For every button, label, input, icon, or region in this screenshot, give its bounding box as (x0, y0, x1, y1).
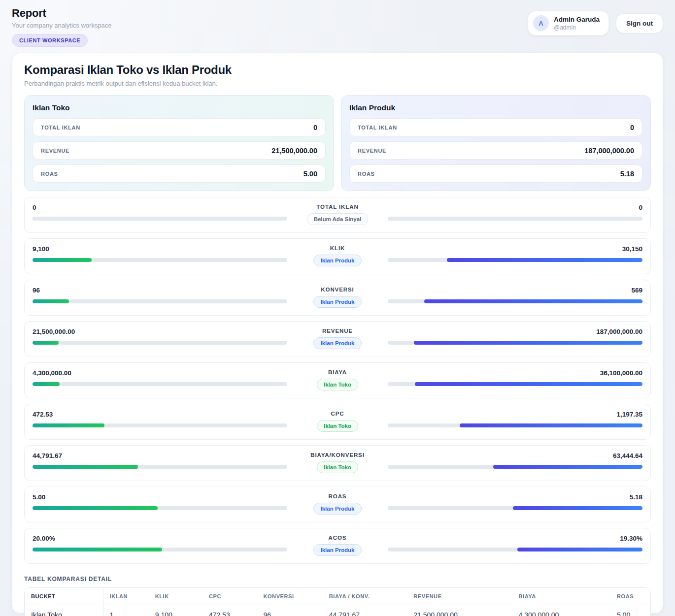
right-bar-fill (415, 382, 642, 386)
right-bar-track (388, 217, 642, 221)
left-bar-fill (33, 506, 158, 510)
comparison-row-konversi: 96 KONVERSI Iklan Produk 569 (24, 280, 651, 316)
right-bar-fill (513, 506, 642, 510)
report-card: Komparasi Iklan Toko vs Iklan Produk Per… (12, 53, 663, 614)
table-title: TABEL KOMPARASI DETAIL (24, 576, 651, 583)
cell-cpc: 472,53 (203, 605, 257, 616)
summary-grid: Iklan Toko TOTAL IKLAN 0 REVENUE 21,500,… (24, 95, 651, 191)
right-bar-track (388, 341, 642, 345)
left-side: 472.53 (33, 411, 287, 427)
left-bar-track (33, 465, 287, 469)
comparison-row-biaya: 4,300,000.00 BIAYA Iklan Toko 36,100,000… (24, 362, 651, 398)
column-header-konversi: KONVERSI (257, 588, 323, 605)
left-bar-track (33, 506, 287, 510)
right-bar-track (388, 382, 642, 386)
stat-value: 0 (630, 124, 634, 131)
right-side: 187,000,000.00 (388, 328, 642, 345)
metric-center: ACOS Iklan Produk (294, 535, 381, 556)
left-value: 5.00 (33, 493, 287, 501)
user-info: Admin Garuda @admin (554, 16, 600, 31)
right-bar-fill (517, 548, 642, 551)
summary-card-iklan-produk: Iklan Produk TOTAL IKLAN 0 REVENUE 187,0… (341, 95, 651, 191)
metric-label: BIAYA (294, 369, 381, 375)
left-bar-fill (33, 465, 138, 469)
workspace-badge: CLIENT WORKSPACE (12, 34, 88, 47)
right-side: 5.18 (388, 493, 642, 510)
right-value: 569 (388, 287, 642, 294)
stat-row: ROAS 5.18 (349, 164, 642, 183)
right-bar-track (388, 423, 642, 427)
stat-value: 0 (313, 124, 317, 131)
header-left: Report Your company analytics workspace … (12, 7, 112, 47)
comparison-table: BUCKET IKLAN KLIK CPC KONVERSI BIAYA / K… (24, 587, 651, 616)
app-header: Report Your company analytics workspace … (0, 0, 675, 53)
comparison-row-klik: 9,100 KLIK Iklan Produk 30,150 (24, 238, 651, 274)
right-value: 19.30% (388, 535, 642, 542)
cell-biaya: 4.300.000,00 (513, 605, 611, 616)
user-profile-chip[interactable]: A Admin Garuda @admin (528, 11, 609, 35)
right-side: 569 (388, 287, 642, 303)
metric-label: TOTAL IKLAN (294, 204, 381, 210)
stat-row: TOTAL IKLAN 0 (33, 118, 326, 136)
left-value: 21,500,000.00 (33, 328, 287, 335)
winner-badge: Iklan Toko (317, 379, 358, 390)
left-value: 472.53 (33, 411, 287, 418)
left-bar-fill (33, 548, 162, 551)
comparison-row-cpc: 472.53 CPC Iklan Toko 1,197.35 (24, 404, 651, 440)
comparison-row-total-iklan: 0 TOTAL IKLAN Belum Ada Sinyal 0 (24, 197, 651, 233)
right-value: 63,444.64 (388, 452, 642, 459)
report-subtitle: Perbandingan praktis metrik output dan e… (24, 80, 651, 87)
left-bar-fill (33, 258, 92, 262)
winner-badge: Belum Ada Sinyal (307, 213, 369, 225)
cell-klik: 9.100 (149, 605, 203, 616)
metric-label: KLIK (294, 245, 381, 251)
right-bar-fill (447, 258, 642, 262)
left-bar-fill (33, 382, 60, 386)
left-side: 0 (33, 204, 287, 221)
metric-label: KONVERSI (294, 287, 381, 292)
stat-label: TOTAL IKLAN (358, 125, 397, 130)
stat-label: REVENUE (41, 148, 69, 154)
comparison-list: 0 TOTAL IKLAN Belum Ada Sinyal 0 9,100 K… (24, 197, 651, 564)
metric-label: ACOS (294, 535, 381, 541)
metric-label: ROAS (294, 493, 381, 499)
metric-center: TOTAL IKLAN Belum Ada Sinyal (294, 204, 381, 225)
right-bar-fill (493, 465, 642, 469)
column-header-biaya: BIAYA (513, 588, 611, 605)
left-side: 21,500,000.00 (33, 328, 287, 345)
stat-label: TOTAL IKLAN (41, 125, 80, 130)
stat-row: REVENUE 21,500,000.00 (33, 141, 326, 160)
table-header-row: BUCKET IKLAN KLIK CPC KONVERSI BIAYA / K… (25, 588, 650, 605)
metric-center: KLIK Iklan Produk (294, 245, 381, 266)
winner-badge: Iklan Produk (313, 296, 361, 308)
right-value: 1,197.35 (388, 411, 642, 418)
right-bar-track (388, 548, 642, 551)
cell-biaya-konv: 44.791,67 (323, 605, 407, 616)
left-bar-track (33, 548, 287, 551)
column-header-cpc: CPC (203, 588, 257, 605)
left-value: 96 (33, 287, 287, 294)
left-side: 4,300,000.00 (33, 369, 287, 386)
header-right: A Admin Garuda @admin Sign out (528, 11, 663, 35)
stat-label: ROAS (41, 171, 58, 177)
sign-out-button[interactable]: Sign out (616, 13, 663, 33)
metric-label: CPC (294, 411, 381, 417)
report-title: Komparasi Iklan Toko vs Iklan Produk (24, 63, 651, 77)
left-bar-track (33, 217, 287, 221)
winner-badge: Iklan Toko (317, 420, 358, 432)
cell-roas: 5.00 (611, 605, 650, 616)
right-bar-fill (414, 341, 642, 345)
right-bar-track (388, 506, 642, 510)
metric-center: BIAYA Iklan Toko (294, 369, 381, 390)
winner-badge: Iklan Toko (317, 461, 358, 473)
comparison-row-revenue: 21,500,000.00 REVENUE Iklan Produk 187,0… (24, 321, 651, 357)
comparison-row-acos: 20.00% ACOS Iklan Produk 19.30% (24, 528, 651, 564)
user-name: Admin Garuda (554, 16, 600, 23)
metric-center: REVENUE Iklan Produk (294, 328, 381, 349)
summary-card-title: Iklan Produk (349, 103, 642, 112)
right-value: 30,150 (388, 245, 642, 253)
stat-row: ROAS 5.00 (33, 164, 326, 183)
left-side: 44,791.67 (33, 452, 287, 469)
right-bar-track (388, 258, 642, 262)
comparison-row-roas: 5.00 ROAS Iklan Produk 5.18 (24, 486, 651, 522)
